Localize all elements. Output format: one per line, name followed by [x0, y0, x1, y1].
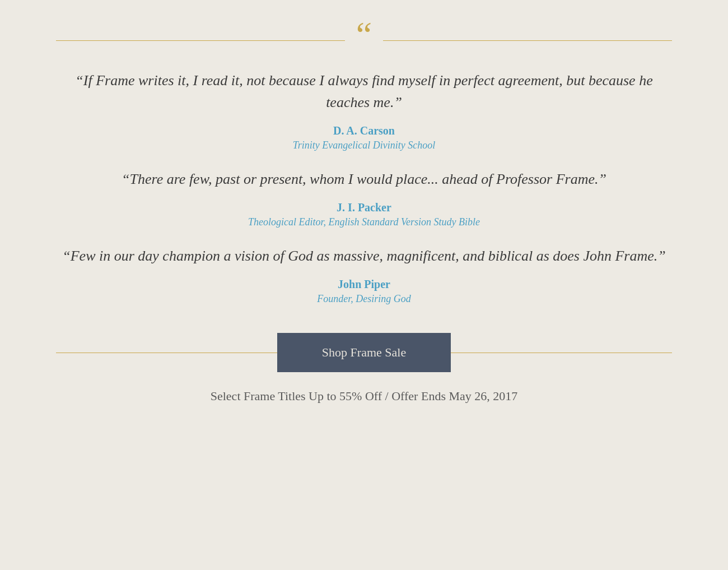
quote-text-3: “Few in our day champion a vision of God…	[56, 245, 672, 267]
offer-text: Select Frame Titles Up to 55% Off / Offe…	[211, 389, 518, 404]
shop-divider-line-left	[56, 353, 277, 353]
testimonial-block-2: “There are few, past or present, whom I …	[56, 168, 672, 228]
opening-quote-icon: “	[356, 17, 372, 53]
divider-line-left	[56, 40, 345, 41]
attribution-name-1: D. A. Carson	[56, 124, 672, 137]
bottom-section: Shop Frame Sale Select Frame Titles Up t…	[56, 333, 672, 404]
attribution-name-2: J. I. Packer	[56, 201, 672, 214]
attribution-title-3: Founder, Desiring God	[56, 293, 672, 305]
shop-frame-sale-button[interactable]: Shop Frame Sale	[277, 333, 451, 372]
shop-divider-line-right	[451, 353, 672, 353]
shop-row: Shop Frame Sale	[56, 333, 672, 372]
attribution-title-1: Trinity Evangelical Divinity School	[56, 140, 672, 151]
attribution-name-3: John Piper	[56, 278, 672, 291]
quote-text-2: “There are few, past or present, whom I …	[56, 168, 672, 190]
testimonial-block-3: “Few in our day champion a vision of God…	[56, 245, 672, 305]
quote-text-1: “If Frame writes it, I read it, not beca…	[56, 69, 672, 113]
attribution-title-2: Theological Editor, English Standard Ver…	[56, 216, 672, 228]
top-divider: “	[56, 22, 672, 58]
divider-line-right	[383, 40, 672, 41]
testimonial-block-1: “If Frame writes it, I read it, not beca…	[56, 69, 672, 151]
